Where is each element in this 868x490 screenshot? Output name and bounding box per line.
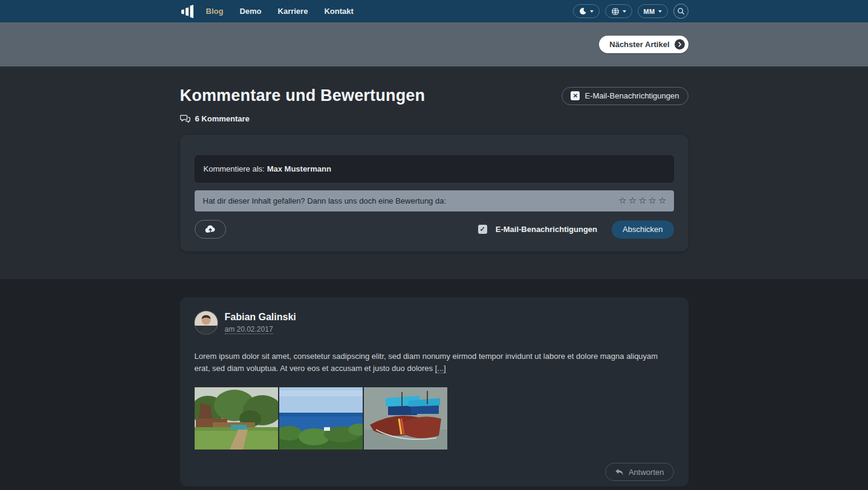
comments-icon <box>180 114 190 123</box>
cloud-upload-icon <box>204 225 216 234</box>
moon-icon <box>579 7 587 15</box>
email-notifications-label: E-Mail-Benachrichtigungen <box>585 91 679 100</box>
navbar-controls: MM <box>573 4 688 19</box>
temple-garden-photo[interactable] <box>195 387 278 450</box>
comments-section: Kommentare und Bewertungen ✕ E-Mail-Bena… <box>0 66 868 279</box>
reply-arrow-icon <box>615 468 624 476</box>
user-menu-dropdown[interactable]: MM <box>638 4 668 18</box>
reply-label: Antworten <box>629 468 664 477</box>
article-footer-band: Nächster Artikel <box>0 22 868 66</box>
star-icon-5[interactable]: ☆ <box>658 196 666 205</box>
submit-comment-button[interactable]: Abschicken <box>612 221 673 239</box>
email-notifications-checkbox-label: E-Mail-Benachrichtigungen <box>496 225 597 234</box>
next-article-button[interactable]: Nächster Artikel <box>599 36 688 53</box>
chevron-down-icon <box>623 10 626 13</box>
comment-card: Fabian Galinski am 20.02.2017 Lorem ipsu… <box>180 297 688 486</box>
sea-view-photo[interactable] <box>279 387 363 450</box>
nav-item-kontakt[interactable]: Kontakt <box>324 7 353 16</box>
comment-as-name: Max Mustermann <box>267 164 331 173</box>
comment-as-prefix: Kommentiere als: <box>204 164 265 173</box>
rating-prompt: Hat dir dieser Inhalt gefallen? Dann las… <box>203 196 447 205</box>
nav-item-demo[interactable]: Demo <box>239 7 261 16</box>
globe-icon <box>611 7 620 16</box>
upload-button[interactable] <box>195 220 226 239</box>
chevron-down-icon <box>658 10 662 13</box>
user-initials: MM <box>644 8 655 15</box>
comment-attachments <box>195 387 674 450</box>
theme-toggle-dropdown[interactable] <box>573 4 600 18</box>
email-notifications-button[interactable]: ✕ E-Mail-Benachrichtigungen <box>562 87 688 105</box>
chevron-right-icon <box>675 39 685 50</box>
avatar-photo <box>195 311 218 334</box>
rating-bar: Hat dir dieser Inhalt gefallen? Dann las… <box>195 190 674 211</box>
star-icon-4[interactable]: ☆ <box>649 196 656 205</box>
reply-button[interactable]: Antworten <box>605 463 674 481</box>
email-notifications-checkbox[interactable]: ✓ <box>478 225 487 234</box>
read-more-link[interactable]: [...] <box>435 364 446 373</box>
next-article-label: Nächster Artikel <box>609 40 669 49</box>
star-icon-1[interactable]: ☆ <box>618 196 626 205</box>
comment-list-section: Fabian Galinski am 20.02.2017 Lorem ipsu… <box>0 279 868 490</box>
main-nav: Blog Demo Karriere Kontakt <box>206 7 354 16</box>
top-navbar: Blog Demo Karriere Kontakt <box>0 0 868 22</box>
comment-author: Fabian Galinski <box>225 312 296 323</box>
logo-bars-icon <box>180 4 195 19</box>
comment-date-link[interactable]: am 20.02.2017 <box>225 325 273 334</box>
nav-item-blog[interactable]: Blog <box>206 7 224 16</box>
comment-text: Lorem ipsum dolor sit amet, consetetur s… <box>195 350 674 375</box>
chevron-down-icon <box>590 10 594 13</box>
longtail-boats-photo[interactable] <box>364 387 447 450</box>
x-square-icon: ✕ <box>571 91 580 100</box>
search-icon <box>677 7 685 15</box>
avatar[interactable] <box>195 311 218 334</box>
star-icon-2[interactable]: ☆ <box>629 196 636 205</box>
rating-stars: ☆ ☆ ☆ ☆ ☆ <box>618 196 666 205</box>
comment-count: 6 Kommentare <box>195 114 250 123</box>
search-button[interactable] <box>673 4 688 19</box>
star-icon-3[interactable]: ☆ <box>638 196 646 205</box>
language-dropdown[interactable] <box>605 4 632 18</box>
comment-textarea[interactable]: Kommentiere als: Max Mustermann <box>195 155 674 182</box>
brand-logo[interactable] <box>180 4 195 19</box>
nav-item-karriere[interactable]: Karriere <box>278 7 308 16</box>
page-title: Kommentare und Bewertungen <box>180 86 426 105</box>
comment-form-card: Kommentiere als: Max Mustermann Hat dir … <box>180 135 688 251</box>
